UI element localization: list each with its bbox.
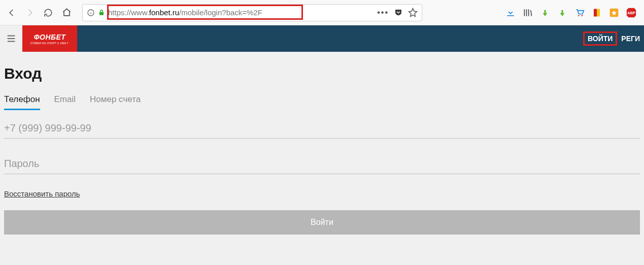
login-page: Вход Телефон Email Номер счета Восстанов… bbox=[0, 52, 644, 265]
password-input[interactable] bbox=[4, 154, 640, 174]
recover-password-link[interactable]: Восстановить пароль bbox=[4, 189, 80, 198]
info-icon[interactable] bbox=[87, 9, 95, 17]
orange-badge-icon[interactable] bbox=[608, 7, 620, 18]
reload-button[interactable] bbox=[41, 5, 56, 20]
logo-subtitle: СТАВКИ НА СПОРТ С 1994 Г. bbox=[30, 42, 69, 45]
svg-text:ABP: ABP bbox=[627, 10, 635, 15]
bookmark-flag-icon[interactable] bbox=[591, 7, 602, 18]
svg-rect-6 bbox=[597, 9, 600, 16]
lock-icon[interactable] bbox=[98, 9, 105, 16]
download-green2-icon[interactable] bbox=[557, 7, 568, 18]
header-register-link[interactable]: РЕГИ bbox=[617, 31, 644, 46]
logo-text: ФОНБЕТ bbox=[34, 33, 66, 41]
svg-rect-1 bbox=[99, 12, 104, 15]
star-icon[interactable] bbox=[408, 8, 418, 17]
url-text: https://www.fonbet.ru/mobile/login?back=… bbox=[108, 8, 262, 17]
tab-phone[interactable]: Телефон bbox=[4, 94, 40, 110]
extension-icons: ABP bbox=[505, 7, 640, 18]
svg-point-4 bbox=[582, 15, 583, 16]
download-green-icon[interactable] bbox=[539, 7, 551, 18]
logo[interactable]: ФОНБЕТ СТАВКИ НА СПОРТ С 1994 Г. bbox=[22, 25, 77, 52]
page-title: Вход bbox=[4, 65, 640, 82]
login-tabs: Телефон Email Номер счета bbox=[4, 94, 640, 110]
tab-email[interactable]: Email bbox=[54, 94, 76, 110]
site-header: ФОНБЕТ СТАВКИ НА СПОРТ С 1994 Г. ВОЙТИ Р… bbox=[0, 25, 644, 52]
svg-point-3 bbox=[578, 15, 580, 16]
header-login-link[interactable]: ВОЙТИ bbox=[583, 31, 617, 46]
back-button[interactable] bbox=[4, 5, 19, 20]
submit-button[interactable]: Войти bbox=[4, 210, 640, 235]
browser-toolbar: https://www.fonbet.ru/mobile/login?back=… bbox=[0, 0, 644, 25]
abp-icon[interactable]: ABP bbox=[626, 7, 637, 18]
more-icon[interactable]: ••• bbox=[377, 8, 389, 17]
menu-button[interactable] bbox=[0, 25, 22, 52]
pocket-icon[interactable] bbox=[394, 8, 403, 17]
address-bar[interactable]: https://www.fonbet.ru/mobile/login?back=… bbox=[82, 4, 422, 21]
forward-button[interactable] bbox=[22, 5, 38, 20]
library-icon[interactable] bbox=[522, 7, 533, 18]
cart-icon[interactable] bbox=[574, 7, 585, 18]
svg-rect-2 bbox=[507, 15, 514, 16]
home-button[interactable] bbox=[59, 5, 74, 20]
download-icon[interactable] bbox=[505, 7, 516, 18]
tab-account[interactable]: Номер счета bbox=[90, 94, 141, 110]
svg-rect-5 bbox=[594, 9, 597, 16]
phone-input[interactable] bbox=[4, 118, 640, 139]
